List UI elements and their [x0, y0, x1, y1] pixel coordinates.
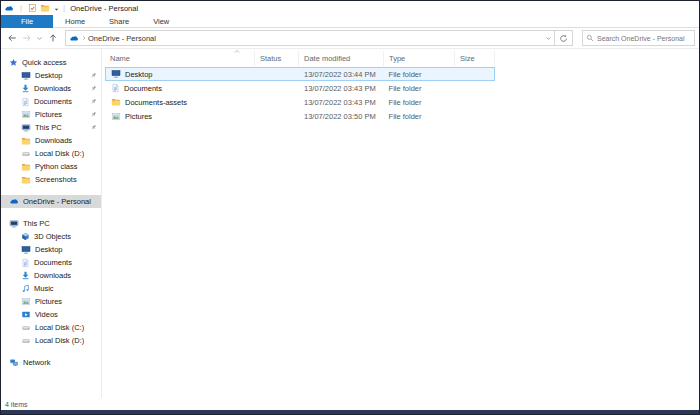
navigation-pane: Quick accessDesktopDownloadsDocumentsPic…: [1, 49, 102, 398]
column-header-status[interactable]: Status: [255, 51, 299, 66]
sidebar-item-music[interactable]: Music: [1, 282, 101, 295]
search-box[interactable]: [582, 30, 695, 46]
up-button[interactable]: [46, 31, 59, 46]
sidebar-item-documents[interactable]: Documents: [1, 95, 101, 108]
file-row-documents[interactable]: Documents13/07/2022 03:43 PMFile folder: [105, 81, 495, 95]
pin-icon: [90, 124, 97, 131]
forward-button[interactable]: [20, 31, 33, 46]
this-pc-icon: [9, 219, 19, 229]
forward-arrow-icon: [22, 33, 32, 43]
ribbon-tab-view[interactable]: View: [141, 15, 181, 28]
sidebar-item-label: Videos: [35, 310, 58, 319]
sidebar-item-label: Music: [34, 284, 54, 293]
item-count: 4 items: [5, 401, 28, 408]
onedrive-icon: [9, 197, 19, 206]
sidebar-item-label: Pictures: [35, 297, 62, 306]
type-cell: File folder: [384, 98, 455, 107]
sidebar-item-label: Downloads: [35, 136, 72, 145]
sidebar-item-local-disk-c[interactable]: Local Disk (C:): [1, 321, 101, 334]
folder-icon: [21, 175, 31, 185]
pin-icon: [90, 98, 97, 105]
sidebar-item-documents[interactable]: Documents: [1, 256, 101, 269]
file-name-label: Desktop: [125, 70, 153, 79]
main-area: Quick accessDesktopDownloadsDocumentsPic…: [1, 49, 699, 398]
file-name-label: Documents-assets: [125, 98, 187, 107]
sidebar-item-label: Local Disk (D:): [35, 336, 84, 345]
sidebar-item-label: Downloads: [34, 84, 71, 93]
column-headers: NameStatusDate modifiedTypeSize: [105, 51, 699, 66]
sidebar-item-this-pc[interactable]: This PC: [1, 217, 101, 230]
recent-locations-button[interactable]: [35, 31, 44, 46]
sidebar-item-pictures[interactable]: Pictures: [1, 108, 101, 121]
ribbon-tabs: FileHomeShareView: [1, 15, 699, 28]
sidebar-item-desktop[interactable]: Desktop: [1, 69, 101, 82]
onedrive-icon: [69, 34, 79, 43]
onedrive-icon: [4, 4, 14, 13]
breadcrumb[interactable]: OneDrive - Personal: [88, 34, 156, 43]
sidebar-item-python-class[interactable]: Python class: [1, 160, 101, 173]
videos-icon: [21, 310, 31, 319]
sidebar-item-label: Screenshots: [35, 175, 77, 184]
sidebar-item-label: Desktop: [35, 71, 63, 80]
download-icon: [21, 271, 30, 280]
search-input[interactable]: [597, 35, 691, 42]
address-bar[interactable]: OneDrive - Personal: [65, 30, 555, 46]
desktop-icon: [111, 69, 121, 79]
sidebar-item-local-disk-d[interactable]: Local Disk (D:): [1, 334, 101, 347]
this-pc-icon: [21, 123, 31, 133]
chevron-right-icon: [81, 35, 87, 41]
date-modified-cell: 13/07/2022 03:43 PM: [299, 98, 384, 107]
sidebar-item-network[interactable]: Network: [1, 356, 101, 369]
properties-icon: [28, 3, 37, 13]
file-row-documents-assets[interactable]: Documents-assets13/07/2022 03:43 PMFile …: [105, 95, 495, 109]
sidebar-item-quick-access[interactable]: Quick access: [1, 56, 101, 69]
sidebar-item-label: Quick access: [22, 58, 67, 67]
file-name-cell: Documents: [106, 83, 255, 93]
type-cell: File folder: [384, 112, 455, 121]
sidebar-item-label: Local Disk (C:): [35, 323, 84, 332]
sidebar-item-pictures[interactable]: Pictures: [1, 295, 101, 308]
date-modified-cell: 13/07/2022 03:50 PM: [299, 112, 384, 121]
sidebar-item-videos[interactable]: Videos: [1, 308, 101, 321]
column-header-name[interactable]: Name: [105, 51, 255, 66]
folder-icon: [21, 136, 31, 146]
type-cell: File folder: [384, 70, 455, 79]
pictures-icon: [111, 112, 121, 121]
column-header-type[interactable]: Type: [384, 51, 455, 66]
file-row-desktop[interactable]: Desktop13/07/2022 03:44 PMFile folder: [105, 67, 495, 81]
sidebar-item-this-pc[interactable]: This PC: [1, 121, 101, 134]
titlebar-separator: |: [20, 3, 22, 13]
sidebar-item-downloads[interactable]: Downloads: [1, 269, 101, 282]
desktop-icon: [21, 71, 31, 81]
address-dropdown-icon[interactable]: [545, 35, 552, 42]
up-arrow-icon: [48, 33, 58, 43]
window-title: OneDrive - Personal: [70, 4, 138, 13]
file-list-pane: NameStatusDate modifiedTypeSize Desktop1…: [102, 49, 699, 398]
sidebar-item-local-disk-d[interactable]: Local Disk (D:): [1, 147, 101, 160]
cube-icon: [21, 232, 30, 241]
back-button[interactable]: [5, 31, 18, 46]
sidebar-item-label: Pictures: [35, 110, 62, 119]
sidebar-item-downloads[interactable]: Downloads: [1, 82, 101, 95]
titlebar: | | OneDrive - Personal: [1, 1, 699, 15]
disk-icon: [21, 324, 31, 332]
refresh-button[interactable]: [555, 30, 573, 46]
chevron-down-icon: [36, 35, 43, 42]
column-header-date-modified[interactable]: Date modified: [299, 51, 384, 66]
sidebar-item-downloads[interactable]: Downloads: [1, 134, 101, 147]
pin-icon: [90, 111, 97, 118]
ribbon-tab-home[interactable]: Home: [53, 15, 97, 28]
window-bottom-edge: [1, 410, 699, 414]
ribbon-tab-file[interactable]: File: [1, 15, 53, 28]
column-header-size[interactable]: Size: [455, 51, 495, 66]
sidebar-section-gap: [1, 347, 101, 356]
sidebar-item-3d-objects[interactable]: 3D Objects: [1, 230, 101, 243]
sidebar-item-screenshots[interactable]: Screenshots: [1, 173, 101, 186]
search-icon: [586, 34, 594, 42]
file-row-pictures[interactable]: Pictures13/07/2022 03:50 PMFile folder: [105, 109, 495, 123]
sidebar-item-onedrive-personal[interactable]: OneDrive - Personal: [1, 195, 101, 208]
ribbon-tab-share[interactable]: Share: [97, 15, 141, 28]
pictures-icon: [21, 297, 31, 306]
sidebar-item-desktop[interactable]: Desktop: [1, 243, 101, 256]
file-name-label: Pictures: [125, 112, 152, 121]
